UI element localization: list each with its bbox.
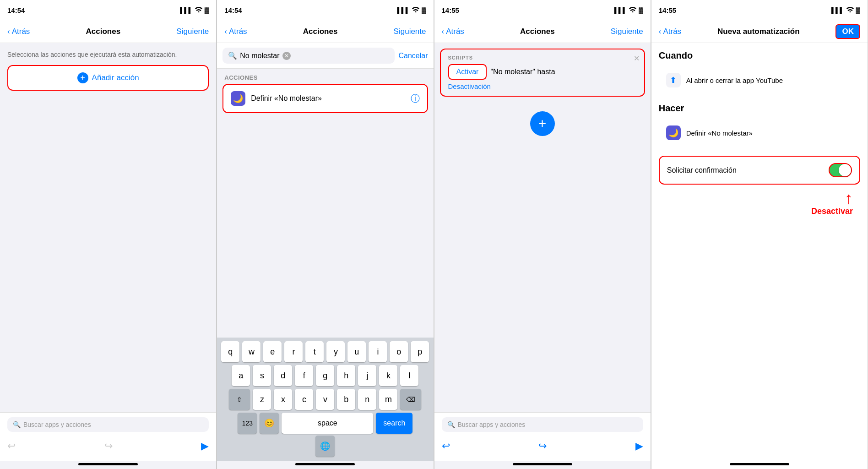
undo-btn-1[interactable]: ↩ (7, 440, 16, 452)
bottom-search-bar-1: 🔍 Buscar apps y acciones (0, 412, 216, 436)
siguiente-btn-3[interactable]: Siguiente (611, 27, 643, 36)
nav-title-2: Acciones (303, 27, 338, 36)
bottom-search-bar-3: 🔍 Buscar apps y acciones (434, 412, 651, 436)
key-a[interactable]: a (232, 365, 250, 386)
redo-btn-3[interactable]: ↪ (538, 440, 547, 452)
battery-icon-4: ▓ (856, 7, 860, 14)
key-k[interactable]: k (379, 365, 397, 386)
key-s[interactable]: s (253, 365, 271, 386)
key-e[interactable]: e (263, 341, 282, 362)
status-icons-1: ▌▌▌ ▓ (180, 7, 209, 14)
status-bar-4: 14:55 ▌▌▌ ▓ (651, 0, 868, 20)
siguiente-btn-1[interactable]: Siguiente (176, 27, 209, 36)
key-r[interactable]: r (284, 341, 303, 362)
confirmacion-label: Solicitar confirmación (667, 166, 737, 175)
key-b[interactable]: b (337, 389, 355, 410)
plus-circle-icon: + (77, 72, 88, 83)
wifi-icon-3 (629, 7, 636, 14)
keyboard-bottom-row: 123 😊 space search (219, 413, 431, 434)
close-scripts-btn[interactable]: ✕ (634, 54, 640, 63)
key-m[interactable]: m (379, 389, 397, 410)
num-key[interactable]: 123 (238, 413, 257, 434)
search-field-3[interactable]: 🔍 Buscar apps y acciones (442, 417, 643, 432)
search-placeholder-1: Buscar apps y acciones (23, 421, 91, 428)
delete-key[interactable]: ⌫ (400, 389, 421, 410)
keyboard: q w e r t y u i o p a s d f g h j k l (217, 338, 433, 461)
search-placeholder-3: Buscar apps y acciones (458, 421, 526, 428)
space-key[interactable]: space (282, 413, 373, 434)
ok-button[interactable]: OK (835, 24, 860, 39)
search-input-box[interactable]: 🔍 No molestar ✕ (222, 48, 395, 64)
shift-key[interactable]: ⇧ (229, 389, 250, 410)
time-1: 14:54 (7, 6, 25, 14)
action-item-no-molestar[interactable]: 🌙 Definir «No molestar» ⓘ (222, 84, 428, 113)
add-action-button[interactable]: + Añadir acción (7, 65, 209, 91)
info-icon[interactable]: ⓘ (411, 93, 420, 105)
acciones-section-label: Acciones (217, 69, 433, 84)
search-bar-row: 🔍 No molestar ✕ Cancelar (217, 43, 433, 69)
activar-text: "No molestar" hasta (490, 68, 555, 76)
desactivacion-link[interactable]: Desactivación (448, 82, 637, 90)
home-indicator-3 (513, 463, 572, 465)
plus-fab-btn[interactable]: + (530, 111, 555, 136)
back-btn-2[interactable]: ‹ Atrás (224, 27, 247, 36)
siguiente-btn-2[interactable]: Siguiente (394, 27, 426, 36)
key-u[interactable]: u (347, 341, 366, 362)
keyboard-row-3: ⇧ z x c v b n m ⌫ (219, 389, 431, 410)
hacer-item[interactable]: 🌙 Definir «No molestar» (659, 119, 860, 147)
home-indicator-2 (295, 463, 355, 465)
cuando-item[interactable]: ⬆ Al abrir o cerrar la app YouTube (659, 66, 860, 94)
key-n[interactable]: n (358, 389, 376, 410)
key-x[interactable]: x (274, 389, 292, 410)
chevron-left-icon: ‹ (7, 27, 10, 36)
key-c[interactable]: c (295, 389, 313, 410)
bottom-controls-3: ↩ ↪ ▶ (434, 436, 651, 461)
toggle-knob (839, 164, 851, 176)
key-w[interactable]: w (242, 341, 260, 362)
key-l[interactable]: l (400, 365, 418, 386)
chevron-left-icon-3: ‹ (442, 27, 445, 36)
undo-btn-3[interactable]: ↩ (442, 440, 450, 452)
scripts-card: SCRIPTS ✕ Activar "No molestar" hasta De… (440, 49, 645, 97)
key-f[interactable]: f (295, 365, 313, 386)
redo-btn-1[interactable]: ↪ (104, 440, 113, 452)
key-d[interactable]: d (274, 365, 292, 386)
key-o[interactable]: o (390, 341, 408, 362)
key-j[interactable]: j (358, 365, 376, 386)
panel1-content: Selecciona las acciones que ejecutará es… (0, 43, 216, 412)
search-key[interactable]: search (376, 413, 412, 434)
battery-icon-3: ▓ (639, 7, 643, 14)
search-icon-3: 🔍 (447, 421, 455, 428)
key-h[interactable]: h (337, 365, 355, 386)
search-input-value: No molestar (240, 52, 279, 60)
home-indicator-1 (78, 463, 138, 465)
activar-button[interactable]: Activar (448, 64, 487, 80)
play-btn-3[interactable]: ▶ (635, 440, 643, 452)
key-q[interactable]: q (221, 341, 239, 362)
nav-bar-3: ‹ Atrás Acciones Siguiente (434, 20, 651, 43)
confirmacion-toggle[interactable] (829, 163, 852, 177)
back-btn-3[interactable]: ‹ Atrás (442, 27, 464, 36)
play-btn-1[interactable]: ▶ (201, 440, 209, 452)
back-btn-4[interactable]: ‹ Atrás (659, 27, 681, 36)
globe-key[interactable]: 🌐 (315, 436, 335, 457)
signal-icon-3: ▌▌▌ (614, 7, 627, 14)
key-y[interactable]: y (326, 341, 345, 362)
back-btn-1[interactable]: ‹ Atrás (7, 27, 30, 36)
emoji-key[interactable]: 😊 (260, 413, 279, 434)
cancel-btn[interactable]: Cancelar (398, 52, 428, 60)
panel2-content: 🔍 No molestar ✕ Cancelar Acciones 🌙 Defi… (217, 43, 433, 461)
key-z[interactable]: z (253, 389, 271, 410)
key-g[interactable]: g (316, 365, 334, 386)
key-i[interactable]: i (369, 341, 387, 362)
cuando-heading: Cuando (659, 50, 860, 61)
search-field-1[interactable]: 🔍 Buscar apps y acciones (7, 417, 209, 432)
clear-search-btn[interactable]: ✕ (282, 52, 291, 60)
key-p[interactable]: p (411, 341, 429, 362)
hacer-moon-icon: 🌙 (666, 125, 681, 140)
status-icons-4: ▌▌▌ ▓ (831, 7, 860, 14)
key-v[interactable]: v (316, 389, 334, 410)
scripts-label: SCRIPTS (448, 55, 637, 60)
youtube-icon: ⬆ (666, 73, 681, 87)
key-t[interactable]: t (305, 341, 324, 362)
